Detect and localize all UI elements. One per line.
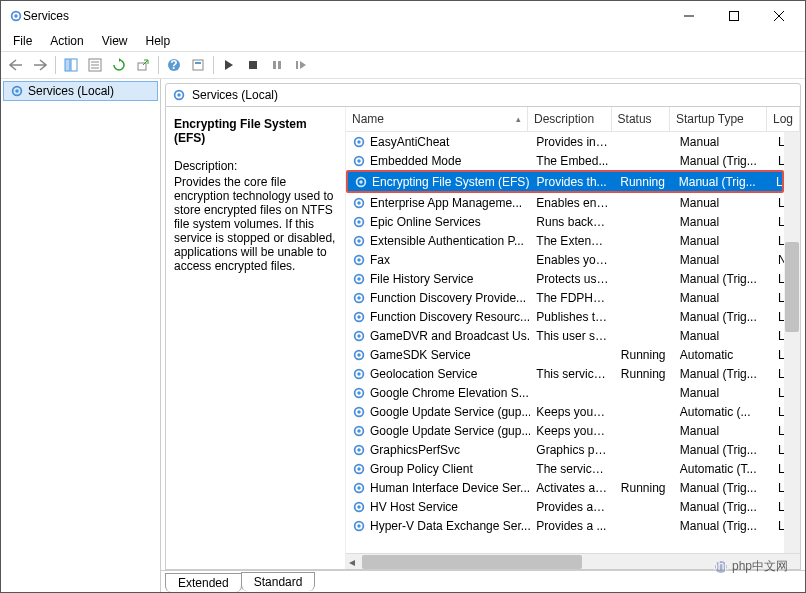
tab-extended[interactable]: Extended — [165, 573, 242, 592]
service-startup: Automatic — [674, 348, 772, 362]
svg-point-48 — [357, 353, 361, 357]
service-logon: Loca — [772, 367, 784, 381]
restart-service-button[interactable] — [290, 54, 312, 76]
service-row[interactable]: Function Discovery Provide...The FDPHO..… — [346, 288, 784, 307]
service-row[interactable]: GraphicsPerfSvcGraphics pe...Manual (Tri… — [346, 440, 784, 459]
service-row[interactable]: Extensible Authentication P...The Extens… — [346, 231, 784, 250]
service-row[interactable]: Hyper-V Data Exchange Ser...Provides a .… — [346, 516, 784, 535]
service-name: Human Interface Device Ser... — [370, 481, 530, 495]
service-row[interactable]: Google Update Service (gup...Keeps your … — [346, 421, 784, 440]
service-startup: Manual — [674, 234, 772, 248]
service-row[interactable]: Encrypting File System (EFS)Provides th.… — [346, 170, 784, 193]
svg-point-40 — [357, 277, 361, 281]
service-row[interactable]: Human Interface Device Ser...Activates a… — [346, 478, 784, 497]
service-row[interactable]: Embedded ModeThe Embed...Manual (Trig...… — [346, 151, 784, 170]
column-headers: Name▴ Description Status Startup Type Lo… — [346, 107, 800, 132]
service-desc: Publishes th... — [530, 310, 614, 324]
gear-icon — [352, 367, 366, 381]
tree-pane[interactable]: Services (Local) — [1, 79, 161, 592]
svg-point-44 — [357, 315, 361, 319]
gear-icon — [352, 329, 366, 343]
start-service-button[interactable] — [218, 54, 240, 76]
refresh-button[interactable] — [108, 54, 130, 76]
separator — [213, 56, 214, 74]
export-button[interactable] — [132, 54, 154, 76]
svg-point-1 — [14, 14, 18, 18]
service-row[interactable]: Epic Online ServicesRuns backg...ManualL… — [346, 212, 784, 231]
service-name: Hyper-V Data Exchange Ser... — [370, 519, 530, 533]
svg-point-26 — [357, 140, 361, 144]
minimize-button[interactable] — [666, 2, 711, 30]
service-desc: The FDPHO... — [530, 291, 614, 305]
service-row[interactable]: HV Host ServiceProvides an ...Manual (Tr… — [346, 497, 784, 516]
service-desc: Graphics pe... — [530, 443, 614, 457]
service-row[interactable]: Enterprise App Manageme...Enables ent...… — [346, 193, 784, 212]
pause-service-button[interactable] — [266, 54, 288, 76]
service-desc: Protects use... — [530, 272, 614, 286]
menu-file[interactable]: File — [5, 32, 40, 50]
sort-asc-icon: ▴ — [516, 114, 521, 124]
service-startup: Manual (Trig... — [674, 443, 772, 457]
service-row[interactable]: File History ServiceProtects use...Manua… — [346, 269, 784, 288]
scroll-thumb[interactable] — [362, 555, 582, 569]
service-row[interactable]: Google Update Service (gup...Keeps your … — [346, 402, 784, 421]
service-startup: Manual (Trig... — [674, 272, 772, 286]
properties-button[interactable] — [84, 54, 106, 76]
svg-point-58 — [357, 448, 361, 452]
stop-service-button[interactable] — [242, 54, 264, 76]
service-row[interactable]: Google Chrome Elevation S...ManualLoca — [346, 383, 784, 402]
service-row[interactable]: Geolocation ServiceThis service ...Runni… — [346, 364, 784, 383]
tab-strip: Extended Standard — [161, 570, 805, 592]
menu-view[interactable]: View — [94, 32, 136, 50]
service-name: Encrypting File System (EFS) — [372, 175, 529, 189]
gear-icon — [352, 405, 366, 419]
svg-point-22 — [15, 89, 19, 93]
menu-help[interactable]: Help — [138, 32, 179, 50]
forward-button[interactable] — [29, 54, 51, 76]
menubar: File Action View Help — [1, 31, 805, 51]
service-startup: Manual (Trig... — [674, 367, 772, 381]
toolbar: ? — [1, 51, 805, 79]
scroll-thumb[interactable] — [785, 242, 799, 332]
gear-icon — [352, 196, 366, 210]
svg-point-42 — [357, 296, 361, 300]
column-name[interactable]: Name▴ — [346, 107, 528, 131]
titlebar[interactable]: Services — [1, 1, 805, 31]
column-startup-type[interactable]: Startup Type — [670, 107, 767, 131]
gear-icon — [172, 88, 186, 102]
gear-icon — [352, 348, 366, 362]
service-row[interactable]: Function Discovery Resourc...Publishes t… — [346, 307, 784, 326]
column-status[interactable]: Status — [612, 107, 670, 131]
service-desc: Keeps your ... — [530, 405, 614, 419]
service-desc: Enables you... — [530, 253, 614, 267]
service-startup: Manual — [674, 135, 772, 149]
back-button[interactable] — [5, 54, 27, 76]
service-name: GameSDK Service — [370, 348, 471, 362]
service-startup: Manual — [674, 424, 772, 438]
tab-standard[interactable]: Standard — [241, 572, 316, 591]
description-pane: Encrypting File System (EFS) Description… — [166, 107, 346, 569]
service-row[interactable]: GameDVR and Broadcast Us...This user ser… — [346, 326, 784, 345]
tree-node-services-local[interactable]: Services (Local) — [3, 81, 158, 101]
column-log-on-as[interactable]: Log — [767, 107, 800, 131]
maximize-button[interactable] — [711, 2, 756, 30]
service-rows[interactable]: EasyAntiCheatProvides int...ManualLocaEm… — [346, 132, 784, 553]
service-row[interactable]: Group Policy ClientThe service i...Autom… — [346, 459, 784, 478]
service-row[interactable]: FaxEnables you...ManualNetv — [346, 250, 784, 269]
column-description[interactable]: Description — [528, 107, 612, 131]
action-button[interactable] — [187, 54, 209, 76]
service-row[interactable]: EasyAntiCheatProvides int...ManualLoca — [346, 132, 784, 151]
gear-icon — [352, 519, 366, 533]
service-desc: This user ser... — [530, 329, 614, 343]
svg-rect-17 — [249, 61, 257, 69]
service-row[interactable]: GameSDK ServiceRunningAutomaticLoca — [346, 345, 784, 364]
help-button[interactable]: ? — [163, 54, 185, 76]
scroll-left-icon[interactable]: ◂ — [346, 555, 358, 569]
vertical-scrollbar[interactable] — [784, 132, 800, 553]
svg-point-36 — [357, 239, 361, 243]
show-hide-tree-button[interactable] — [60, 54, 82, 76]
menu-action[interactable]: Action — [42, 32, 91, 50]
close-button[interactable] — [756, 2, 801, 30]
service-logon: Loca — [772, 481, 784, 495]
services-window: Services File Action View Help ? Service… — [0, 0, 806, 593]
